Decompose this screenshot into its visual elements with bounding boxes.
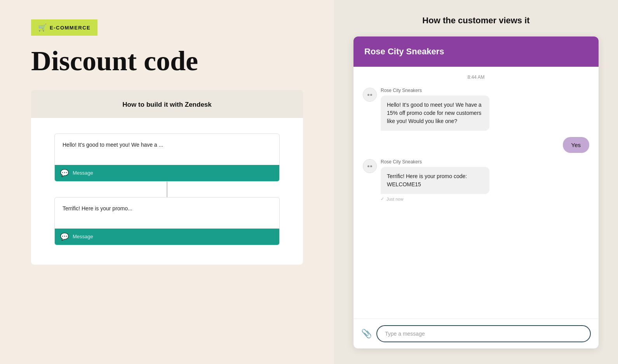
chat-widget: Rose City Sneakers 8:44 AM Rose City Sne…	[353, 36, 599, 348]
dot-3	[367, 165, 369, 167]
chat-block-1: Hello! It's good to meet you! We have a …	[54, 133, 280, 182]
badge-text: E-COMMERCE	[50, 25, 91, 31]
widget-header-title: Rose City Sneakers	[364, 47, 444, 56]
message-tick: ✓	[381, 196, 384, 201]
chat-placeholder-2: Message	[73, 234, 93, 239]
user-message-row: Yes	[363, 137, 589, 153]
chat-input-bar-2[interactable]: 💬 Message	[55, 229, 279, 245]
user-bubble: Yes	[563, 137, 589, 153]
message-meta: ✓ Just now	[381, 196, 589, 201]
dot-4	[370, 165, 372, 167]
chat-message-1: Hello! It's good to meet you! We have a …	[55, 134, 279, 165]
bot-sender-2: Rose City Sneakers	[381, 159, 589, 165]
left-panel: 🛒 E-COMMERCE Discount code How to build …	[0, 0, 334, 364]
build-body: Hello! It's good to meet you! We have a …	[31, 118, 303, 265]
right-panel: How the customer views it Rose City Snea…	[334, 0, 618, 364]
chat-placeholder-1: Message	[73, 170, 93, 176]
attach-icon[interactable]: 📎	[361, 329, 372, 339]
chat-timestamp: 8:44 AM	[363, 75, 589, 80]
widget-header: Rose City Sneakers	[353, 36, 599, 67]
chat-message-2: Terrific! Here is your promo...	[55, 198, 279, 229]
bot-bubble-1: Hello! It's good to meet you! We have a …	[381, 95, 489, 131]
bot-avatar-2	[363, 159, 377, 173]
page-title: Discount code	[31, 47, 303, 76]
bot-message-row-2: Rose City Sneakers Terrific! Here is you…	[363, 159, 589, 201]
badge: 🛒 E-COMMERCE	[31, 19, 97, 36]
build-header: How to build it with Zendesk	[31, 90, 303, 118]
cart-icon: 🛒	[38, 23, 47, 32]
dot-1	[367, 94, 369, 96]
message-input[interactable]	[376, 325, 591, 342]
message-time: Just now	[386, 197, 403, 201]
chat-icon-2: 💬	[60, 232, 69, 241]
bot-sender-1: Rose City Sneakers	[381, 88, 589, 93]
chat-icon-1: 💬	[60, 169, 69, 177]
bot-bubble-2: Terrific! Here is your promo code: WELCO…	[381, 167, 489, 194]
connector	[167, 182, 167, 197]
widget-footer[interactable]: 📎	[353, 319, 599, 348]
dot-2	[370, 94, 372, 96]
chat-input-bar-1[interactable]: 💬 Message	[55, 165, 279, 181]
bot-message-row-1: Rose City Sneakers Hello! It's good to m…	[363, 88, 589, 131]
bot-avatar-1	[363, 88, 377, 102]
bot-message-content-1: Rose City Sneakers Hello! It's good to m…	[381, 88, 589, 131]
chat-block-2: Terrific! Here is your promo... 💬 Messag…	[54, 197, 280, 245]
widget-body[interactable]: 8:44 AM Rose City Sneakers Hello! It's g…	[353, 67, 599, 319]
build-section: How to build it with Zendesk Hello! It's…	[31, 90, 303, 265]
customer-view-title: How the customer views it	[353, 16, 599, 26]
bot-message-content-2: Rose City Sneakers Terrific! Here is you…	[381, 159, 589, 201]
